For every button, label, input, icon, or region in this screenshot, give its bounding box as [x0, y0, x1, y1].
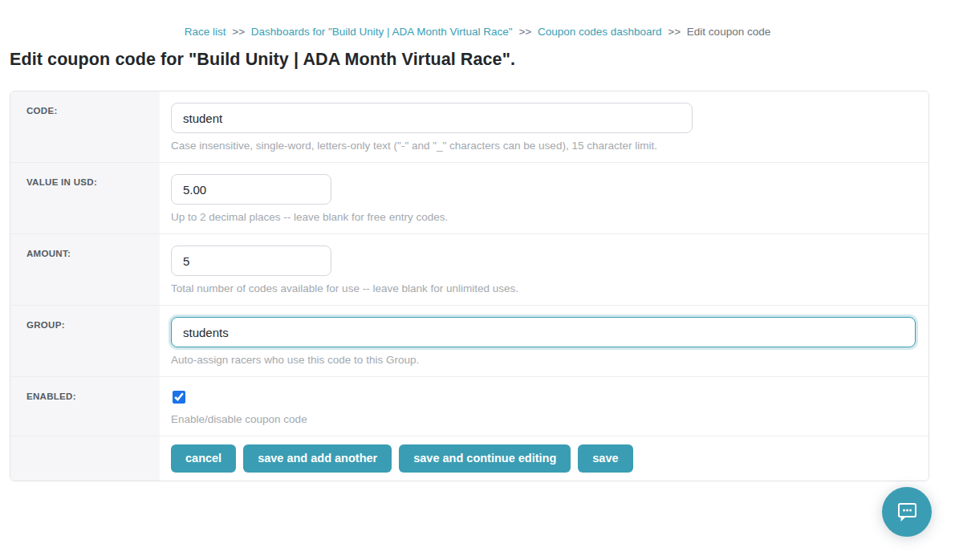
enabled-checkbox[interactable] — [173, 391, 185, 404]
chat-launcher-button[interactable] — [882, 487, 932, 537]
code-help-text: Case insensitive, single-word, letters-o… — [171, 140, 916, 152]
amount-help-text: Total number of codes available for use … — [171, 282, 916, 294]
enabled-help-text: Enable/disable coupon code — [171, 413, 916, 425]
save-button[interactable]: save — [578, 444, 632, 473]
save-and-continue-editing-button[interactable]: save and continue editing — [399, 444, 571, 473]
amount-field-label: AMOUNT: — [10, 234, 160, 305]
group-help-text: Auto-assign racers who use this code to … — [171, 354, 916, 366]
code-field-label: CODE: — [10, 91, 160, 162]
breadcrumb-link-coupon-codes-dashboard[interactable]: Coupon codes dashboard — [538, 26, 662, 38]
form-row-amount: AMOUNT: Total number of codes available … — [10, 233, 929, 305]
cancel-button[interactable]: cancel — [171, 444, 236, 473]
save-and-add-another-button[interactable]: save and add another — [243, 444, 392, 473]
breadcrumb-separator: >> — [518, 26, 531, 38]
form-row-value-in-usd: VALUE IN USD: Up to 2 decimal places -- … — [10, 162, 929, 233]
value-in-usd-input[interactable] — [171, 174, 331, 205]
breadcrumb-separator: >> — [668, 26, 681, 38]
form-row-actions: cancel save and add another save and con… — [10, 436, 929, 481]
enabled-field-label: ENABLED: — [10, 377, 160, 436]
breadcrumb: Race list >> Dashboards for "Build Unity… — [0, 0, 955, 38]
breadcrumb-separator: >> — [232, 26, 245, 38]
breadcrumb-current-page: Edit coupon code — [687, 26, 770, 38]
actions-label-spacer — [10, 436, 160, 481]
amount-input[interactable] — [171, 246, 331, 276]
group-field-label: GROUP: — [10, 306, 160, 376]
form-row-enabled: ENABLED: Enable/disable coupon code — [10, 376, 929, 436]
chat-bubble-icon — [896, 501, 918, 523]
form-row-code: CODE: Case insensitive, single-word, let… — [10, 91, 929, 162]
group-input[interactable] — [171, 317, 916, 347]
page-title: Edit coupon code for "Build Unity | ADA … — [10, 50, 955, 70]
form-row-group: GROUP: Auto-assign racers who use this c… — [10, 305, 929, 376]
breadcrumb-link-race-list[interactable]: Race list — [185, 26, 226, 38]
coupon-code-form: CODE: Case insensitive, single-word, let… — [10, 91, 929, 481]
breadcrumb-link-dashboards[interactable]: Dashboards for "Build Unity | ADA Month … — [251, 26, 513, 38]
value-in-usd-field-label: VALUE IN USD: — [10, 163, 160, 233]
value-in-usd-help-text: Up to 2 decimal places -- leave blank fo… — [171, 211, 916, 223]
code-input[interactable] — [171, 103, 693, 133]
